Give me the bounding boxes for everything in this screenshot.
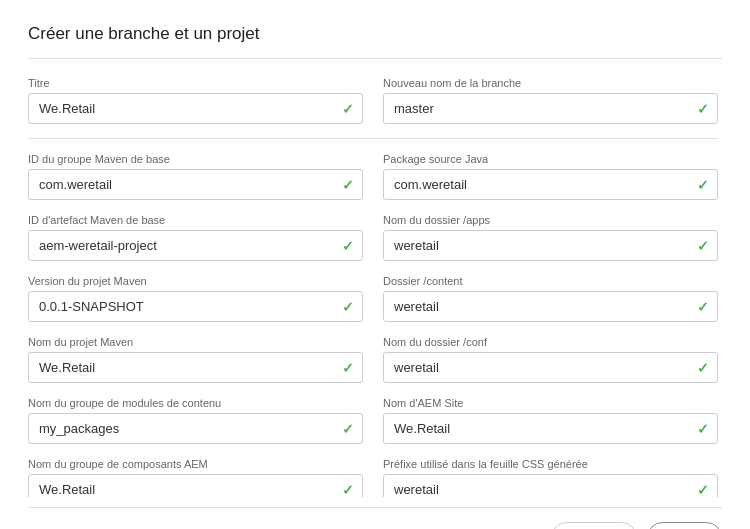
checkmark-aem-components-group: ✓: [342, 482, 354, 498]
form-row-3: Version du projet Maven ✓ Dossier /conte…: [28, 275, 718, 322]
label-maven-version: Version du projet Maven: [28, 275, 363, 287]
form-row-1: ID du groupe Maven de base ✓ Package sou…: [28, 153, 718, 200]
input-aem-components-group[interactable]: [29, 475, 362, 497]
field-wrapper-content-folder: ✓: [383, 291, 718, 322]
checkmark-branch-name: ✓: [697, 101, 709, 117]
field-wrapper-apps-folder: ✓: [383, 230, 718, 261]
field-wrapper-maven-version: ✓: [28, 291, 363, 322]
input-branch-name[interactable]: [384, 94, 717, 123]
checkmark-css-prefix: ✓: [697, 482, 709, 498]
checkmark-maven-version: ✓: [342, 299, 354, 315]
field-wrapper-maven-group-id: ✓: [28, 169, 363, 200]
label-maven-project-name: Nom du projet Maven: [28, 336, 363, 348]
form-col-css-prefix: Préfixe utilisé dans la feuille CSS géné…: [383, 458, 718, 497]
dialog-title: Créer une branche et un projet: [28, 24, 722, 59]
checkmark-conf-folder: ✓: [697, 360, 709, 376]
create-button[interactable]: Créer: [647, 522, 722, 529]
label-conf-folder: Nom du dossier /conf: [383, 336, 718, 348]
create-branch-dialog: Créer une branche et un projet Titre ✓ N…: [0, 0, 750, 529]
checkmark-maven-artifact-id: ✓: [342, 238, 354, 254]
checkmark-java-source: ✓: [697, 177, 709, 193]
input-content-modules-group[interactable]: [29, 414, 362, 443]
field-wrapper-branch-name: ✓: [383, 93, 718, 124]
form-row-6: Nom du groupe de composants AEM ✓ Préfix…: [28, 458, 718, 497]
label-branch-name: Nouveau nom de la branche: [383, 77, 718, 89]
form-row-4: Nom du projet Maven ✓ Nom du dossier /co…: [28, 336, 718, 383]
form-col-conf-folder: Nom du dossier /conf ✓: [383, 336, 718, 383]
form-col-java-source: Package source Java ✓: [383, 153, 718, 200]
form-col-branch-name: Nouveau nom de la branche ✓: [383, 77, 718, 124]
label-content-folder: Dossier /content: [383, 275, 718, 287]
checkmark-titre: ✓: [342, 101, 354, 117]
checkmark-content-modules-group: ✓: [342, 421, 354, 437]
field-wrapper-maven-project-name: ✓: [28, 352, 363, 383]
input-titre[interactable]: [29, 94, 362, 123]
form-col-titre: Titre ✓: [28, 77, 363, 124]
form-row-0: Titre ✓ Nouveau nom de la branche ✓: [28, 77, 718, 124]
field-wrapper-titre: ✓: [28, 93, 363, 124]
checkmark-apps-folder: ✓: [697, 238, 709, 254]
form-col-maven-version: Version du projet Maven ✓: [28, 275, 363, 322]
checkmark-content-folder: ✓: [697, 299, 709, 315]
input-apps-folder[interactable]: [384, 231, 717, 260]
field-wrapper-maven-artifact-id: ✓: [28, 230, 363, 261]
input-aem-site-name[interactable]: [384, 414, 717, 443]
field-wrapper-conf-folder: ✓: [383, 352, 718, 383]
checkmark-maven-project-name: ✓: [342, 360, 354, 376]
field-wrapper-aem-components-group: ✓: [28, 474, 363, 497]
form-row-5: Nom du groupe de modules de contenu ✓ No…: [28, 397, 718, 444]
form-row-2: ID d'artefact Maven de base ✓ Nom du dos…: [28, 214, 718, 261]
form-col-maven-artifact-id: ID d'artefact Maven de base ✓: [28, 214, 363, 261]
field-wrapper-css-prefix: ✓: [383, 474, 718, 497]
field-wrapper-content-modules-group: ✓: [28, 413, 363, 444]
cancel-button[interactable]: Annuler: [551, 522, 638, 529]
input-css-prefix[interactable]: [384, 475, 717, 497]
form-col-maven-group-id: ID du groupe Maven de base ✓: [28, 153, 363, 200]
label-maven-group-id: ID du groupe Maven de base: [28, 153, 363, 165]
label-content-modules-group: Nom du groupe de modules de contenu: [28, 397, 363, 409]
form-body: Titre ✓ Nouveau nom de la branche ✓ ID d…: [28, 77, 722, 497]
field-wrapper-aem-site-name: ✓: [383, 413, 718, 444]
checkmark-aem-site-name: ✓: [697, 421, 709, 437]
form-col-content-folder: Dossier /content ✓: [383, 275, 718, 322]
checkmark-maven-group-id: ✓: [342, 177, 354, 193]
dialog-footer: Annuler Créer: [28, 507, 722, 529]
label-css-prefix: Préfixe utilisé dans la feuille CSS géné…: [383, 458, 718, 470]
form-col-content-modules-group: Nom du groupe de modules de contenu ✓: [28, 397, 363, 444]
label-apps-folder: Nom du dossier /apps: [383, 214, 718, 226]
label-java-source: Package source Java: [383, 153, 718, 165]
label-maven-artifact-id: ID d'artefact Maven de base: [28, 214, 363, 226]
divider-section: ID du groupe Maven de base ✓ Package sou…: [28, 138, 718, 497]
input-content-folder[interactable]: [384, 292, 717, 321]
form-col-apps-folder: Nom du dossier /apps ✓: [383, 214, 718, 261]
input-maven-group-id[interactable]: [29, 170, 362, 199]
input-conf-folder[interactable]: [384, 353, 717, 382]
label-aem-components-group: Nom du groupe de composants AEM: [28, 458, 363, 470]
label-aem-site-name: Nom d'AEM Site: [383, 397, 718, 409]
label-titre: Titre: [28, 77, 363, 89]
form-col-aem-components-group: Nom du groupe de composants AEM ✓: [28, 458, 363, 497]
form-col-maven-project-name: Nom du projet Maven ✓: [28, 336, 363, 383]
input-maven-project-name[interactable]: [29, 353, 362, 382]
form-col-aem-site-name: Nom d'AEM Site ✓: [383, 397, 718, 444]
input-java-source[interactable]: [384, 170, 717, 199]
field-wrapper-java-source: ✓: [383, 169, 718, 200]
input-maven-artifact-id[interactable]: [29, 231, 362, 260]
input-maven-version[interactable]: [29, 292, 362, 321]
